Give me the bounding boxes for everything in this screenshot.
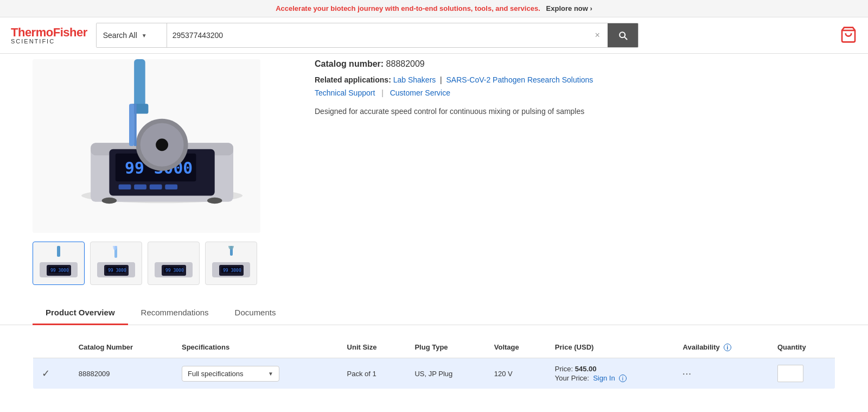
row-plug-type: US, JP Plug: [406, 358, 485, 389]
product-info: Catalog number: 88882009 Related applica…: [315, 54, 835, 285]
table-row: ✓ 88882009 Full specifications ▼ Pack of…: [33, 358, 835, 389]
banner-highlight: Accelerate your biotech journey with end…: [276, 4, 540, 12]
catalog-number-value: 88882009: [386, 59, 425, 68]
svg-rect-11: [150, 185, 162, 189]
search-bar: Search All ▼ ×: [96, 23, 639, 48]
svg-point-44: [228, 246, 234, 250]
cart-icon: [840, 26, 857, 43]
cart-button[interactable]: [840, 26, 857, 45]
svg-rect-12: [165, 185, 177, 189]
row-quantity-cell: [769, 358, 835, 389]
header: ThermoFisher SCIENTIFIC Search All ▼ ×: [0, 17, 868, 54]
specs-dropdown-label: Full specifications: [188, 370, 244, 378]
explore-link[interactable]: Explore now ›: [546, 4, 592, 12]
row-specs-cell: Full specifications ▼: [173, 358, 339, 389]
thumbnail-3[interactable]: 99 3000: [148, 242, 200, 285]
product-thumbnails: 99 3000 99 3000: [33, 242, 293, 285]
row-voltage: 120 V: [486, 358, 546, 389]
svg-rect-9: [119, 185, 131, 189]
search-button[interactable]: [608, 23, 638, 47]
row-availability-cell: ···: [674, 358, 769, 389]
search-category-dropdown[interactable]: Search All ▼: [97, 23, 167, 47]
top-banner: Accelerate your biotech journey with end…: [0, 0, 868, 17]
technical-support-link[interactable]: Technical Support: [315, 88, 375, 97]
price-label: Price: 545.00: [555, 365, 666, 373]
thumbnail-4[interactable]: 99 3000: [205, 242, 257, 285]
specs-dropdown[interactable]: Full specifications ▼: [182, 366, 279, 382]
svg-text:99 3000: 99 3000: [108, 268, 126, 273]
svg-rect-17: [134, 104, 137, 146]
col-specs: Specifications: [173, 337, 339, 358]
chevron-down-icon: ▼: [142, 33, 147, 39]
col-availability: Availability i: [674, 337, 769, 358]
logo-fisher: Fisher: [53, 26, 87, 39]
availability-more-options[interactable]: ···: [683, 370, 692, 378]
row-catalog-number: 88882009: [70, 358, 173, 389]
search-input-wrapper: ×: [167, 23, 608, 47]
sign-in-link[interactable]: Sign In: [593, 374, 615, 382]
svg-rect-16: [129, 104, 134, 146]
svg-rect-10: [134, 185, 146, 189]
row-check-cell: ✓: [33, 358, 70, 389]
thumbnail-2[interactable]: 99 3000: [90, 242, 142, 285]
chevron-down-icon: ▼: [268, 371, 273, 377]
related-apps-label: Related applications:: [315, 75, 391, 84]
svg-text:99 3000: 99 3000: [165, 268, 184, 273]
product-description: Designed for accurate speed control for …: [315, 106, 835, 117]
main-product-image: 99 3000: [33, 59, 260, 233]
availability-info-icon[interactable]: i: [724, 344, 731, 351]
search-category-label: Search All: [103, 31, 137, 40]
close-icon[interactable]: ×: [595, 30, 599, 40]
tab-product-overview[interactable]: Product Overview: [33, 301, 128, 325]
tab-recommendations[interactable]: Recommendations: [128, 301, 222, 325]
row-unit-size: Pack of 1: [339, 358, 406, 389]
thumbnail-1[interactable]: 99 3000: [33, 242, 85, 285]
logo-scientific: SCIENTIFIC: [11, 39, 87, 45]
col-unit: Unit Size: [339, 337, 406, 358]
catalog-number-label: Catalog number:: [315, 59, 384, 68]
sars-cov2-link[interactable]: SARS-CoV-2 Pathogen Research Solutions: [446, 75, 593, 84]
col-catalog: Catalog Number: [70, 337, 173, 358]
related-applications: Related applications: Lab Shakers | SARS…: [315, 75, 835, 84]
svg-rect-25: [57, 246, 60, 257]
product-tabs: Product Overview Recommendations Documen…: [33, 301, 835, 325]
svg-rect-1: [134, 59, 145, 109]
support-links: Technical Support | Customer Service: [315, 88, 835, 97]
col-price: Price (USD): [546, 337, 674, 358]
tab-documents[interactable]: Documents: [222, 301, 289, 325]
availability-label: Availability: [683, 343, 720, 351]
logo: ThermoFisher SCIENTIFIC: [11, 27, 87, 45]
svg-point-18: [102, 198, 117, 204]
price-info-icon[interactable]: i: [619, 375, 627, 382]
product-images: 99 3000: [33, 54, 293, 285]
price-amount: 545.00: [575, 365, 597, 373]
row-price-cell: Price: 545.00 Your Price: Sign In i: [546, 358, 674, 389]
tabs-section: Product Overview Recommendations Documen…: [0, 301, 868, 325]
quantity-input[interactable]: [777, 365, 803, 382]
svg-text:99 3000: 99 3000: [223, 268, 241, 273]
logo-thermo: Thermo: [11, 26, 53, 39]
search-input[interactable]: [173, 31, 595, 40]
lab-shakers-link[interactable]: Lab Shakers: [393, 75, 436, 84]
col-check: [33, 337, 70, 358]
table-header-row: Catalog Number Specifications Unit Size …: [33, 337, 835, 358]
customer-service-link[interactable]: Customer Service: [390, 88, 450, 97]
col-quantity: Quantity: [769, 337, 835, 358]
main-content: 99 3000: [0, 54, 868, 285]
svg-point-19: [207, 198, 222, 204]
selected-checkmark: ✓: [42, 368, 50, 379]
product-table: Catalog Number Specifications Unit Size …: [33, 336, 835, 389]
svg-point-15: [156, 138, 168, 151]
svg-text:99 3000: 99 3000: [50, 268, 69, 273]
search-icon: [617, 30, 628, 41]
separator: |: [381, 88, 386, 97]
your-price-line: Your Price: Sign In i: [555, 374, 666, 382]
table-section: Catalog Number Specifications Unit Size …: [0, 325, 868, 400]
col-voltage: Voltage: [486, 337, 546, 358]
catalog-number: Catalog number: 88882009: [315, 59, 835, 69]
col-plug: Plug Type: [406, 337, 485, 358]
